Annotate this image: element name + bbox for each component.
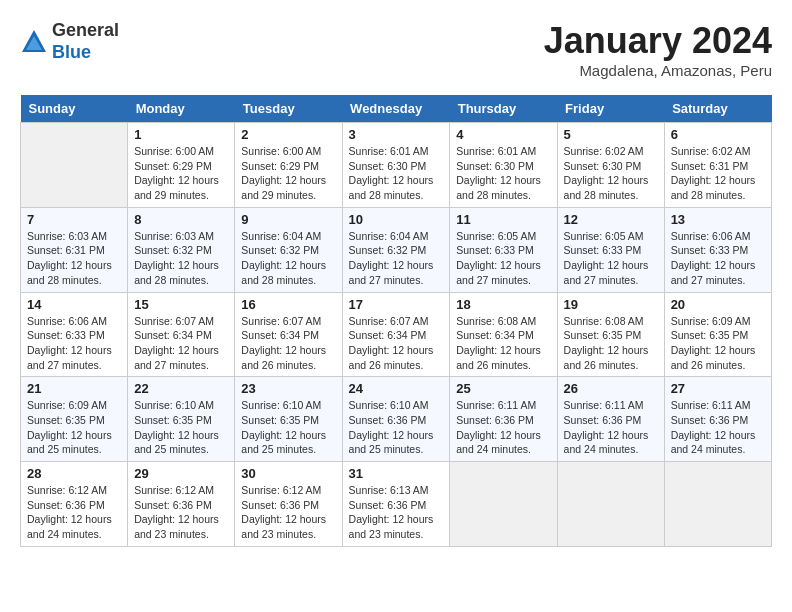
logo-icon [20, 28, 48, 56]
day-number: 21 [27, 381, 121, 396]
day-info: Sunrise: 6:07 AM Sunset: 6:34 PM Dayligh… [134, 314, 228, 373]
day-info: Sunrise: 6:04 AM Sunset: 6:32 PM Dayligh… [349, 229, 444, 288]
day-number: 24 [349, 381, 444, 396]
column-header-wednesday: Wednesday [342, 95, 450, 123]
calendar-cell: 14Sunrise: 6:06 AM Sunset: 6:33 PM Dayli… [21, 292, 128, 377]
day-number: 18 [456, 297, 550, 312]
calendar-cell: 27Sunrise: 6:11 AM Sunset: 6:36 PM Dayli… [664, 377, 771, 462]
day-number: 15 [134, 297, 228, 312]
calendar-cell: 28Sunrise: 6:12 AM Sunset: 6:36 PM Dayli… [21, 462, 128, 547]
day-info: Sunrise: 6:06 AM Sunset: 6:33 PM Dayligh… [671, 229, 765, 288]
day-info: Sunrise: 6:11 AM Sunset: 6:36 PM Dayligh… [564, 398, 658, 457]
calendar-cell: 12Sunrise: 6:05 AM Sunset: 6:33 PM Dayli… [557, 207, 664, 292]
calendar-cell: 2Sunrise: 6:00 AM Sunset: 6:29 PM Daylig… [235, 123, 342, 208]
day-number: 29 [134, 466, 228, 481]
day-info: Sunrise: 6:03 AM Sunset: 6:31 PM Dayligh… [27, 229, 121, 288]
day-info: Sunrise: 6:03 AM Sunset: 6:32 PM Dayligh… [134, 229, 228, 288]
title-block: January 2024 Magdalena, Amazonas, Peru [544, 20, 772, 79]
calendar-cell: 11Sunrise: 6:05 AM Sunset: 6:33 PM Dayli… [450, 207, 557, 292]
day-number: 27 [671, 381, 765, 396]
day-info: Sunrise: 6:01 AM Sunset: 6:30 PM Dayligh… [349, 144, 444, 203]
day-info: Sunrise: 6:09 AM Sunset: 6:35 PM Dayligh… [671, 314, 765, 373]
day-info: Sunrise: 6:10 AM Sunset: 6:36 PM Dayligh… [349, 398, 444, 457]
day-number: 16 [241, 297, 335, 312]
day-info: Sunrise: 6:12 AM Sunset: 6:36 PM Dayligh… [27, 483, 121, 542]
column-header-thursday: Thursday [450, 95, 557, 123]
day-number: 10 [349, 212, 444, 227]
day-info: Sunrise: 6:12 AM Sunset: 6:36 PM Dayligh… [241, 483, 335, 542]
logo-general-text: General [52, 20, 119, 40]
day-number: 11 [456, 212, 550, 227]
day-number: 14 [27, 297, 121, 312]
calendar-week-row: 21Sunrise: 6:09 AM Sunset: 6:35 PM Dayli… [21, 377, 772, 462]
calendar-cell: 10Sunrise: 6:04 AM Sunset: 6:32 PM Dayli… [342, 207, 450, 292]
calendar-cell: 25Sunrise: 6:11 AM Sunset: 6:36 PM Dayli… [450, 377, 557, 462]
day-info: Sunrise: 6:05 AM Sunset: 6:33 PM Dayligh… [456, 229, 550, 288]
day-number: 7 [27, 212, 121, 227]
day-info: Sunrise: 6:02 AM Sunset: 6:31 PM Dayligh… [671, 144, 765, 203]
day-info: Sunrise: 6:06 AM Sunset: 6:33 PM Dayligh… [27, 314, 121, 373]
day-info: Sunrise: 6:11 AM Sunset: 6:36 PM Dayligh… [456, 398, 550, 457]
calendar-body: 1Sunrise: 6:00 AM Sunset: 6:29 PM Daylig… [21, 123, 772, 547]
day-info: Sunrise: 6:01 AM Sunset: 6:30 PM Dayligh… [456, 144, 550, 203]
calendar-header-row: SundayMondayTuesdayWednesdayThursdayFrid… [21, 95, 772, 123]
day-number: 30 [241, 466, 335, 481]
day-number: 20 [671, 297, 765, 312]
day-info: Sunrise: 6:04 AM Sunset: 6:32 PM Dayligh… [241, 229, 335, 288]
logo-blue-text: Blue [52, 42, 91, 62]
calendar-week-row: 14Sunrise: 6:06 AM Sunset: 6:33 PM Dayli… [21, 292, 772, 377]
day-number: 6 [671, 127, 765, 142]
calendar-cell: 9Sunrise: 6:04 AM Sunset: 6:32 PM Daylig… [235, 207, 342, 292]
day-info: Sunrise: 6:10 AM Sunset: 6:35 PM Dayligh… [134, 398, 228, 457]
month-title: January 2024 [544, 20, 772, 62]
calendar-cell: 31Sunrise: 6:13 AM Sunset: 6:36 PM Dayli… [342, 462, 450, 547]
day-info: Sunrise: 6:07 AM Sunset: 6:34 PM Dayligh… [349, 314, 444, 373]
day-number: 25 [456, 381, 550, 396]
column-header-sunday: Sunday [21, 95, 128, 123]
column-header-tuesday: Tuesday [235, 95, 342, 123]
day-info: Sunrise: 6:08 AM Sunset: 6:34 PM Dayligh… [456, 314, 550, 373]
calendar-table: SundayMondayTuesdayWednesdayThursdayFrid… [20, 95, 772, 547]
day-info: Sunrise: 6:00 AM Sunset: 6:29 PM Dayligh… [134, 144, 228, 203]
day-info: Sunrise: 6:00 AM Sunset: 6:29 PM Dayligh… [241, 144, 335, 203]
calendar-cell: 4Sunrise: 6:01 AM Sunset: 6:30 PM Daylig… [450, 123, 557, 208]
column-header-friday: Friday [557, 95, 664, 123]
day-number: 23 [241, 381, 335, 396]
calendar-cell: 8Sunrise: 6:03 AM Sunset: 6:32 PM Daylig… [128, 207, 235, 292]
day-info: Sunrise: 6:13 AM Sunset: 6:36 PM Dayligh… [349, 483, 444, 542]
day-number: 8 [134, 212, 228, 227]
day-number: 4 [456, 127, 550, 142]
calendar-cell: 26Sunrise: 6:11 AM Sunset: 6:36 PM Dayli… [557, 377, 664, 462]
day-number: 26 [564, 381, 658, 396]
calendar-cell: 19Sunrise: 6:08 AM Sunset: 6:35 PM Dayli… [557, 292, 664, 377]
day-number: 13 [671, 212, 765, 227]
location: Magdalena, Amazonas, Peru [544, 62, 772, 79]
calendar-cell: 6Sunrise: 6:02 AM Sunset: 6:31 PM Daylig… [664, 123, 771, 208]
calendar-week-row: 1Sunrise: 6:00 AM Sunset: 6:29 PM Daylig… [21, 123, 772, 208]
calendar-cell: 24Sunrise: 6:10 AM Sunset: 6:36 PM Dayli… [342, 377, 450, 462]
day-number: 9 [241, 212, 335, 227]
calendar-cell [557, 462, 664, 547]
calendar-week-row: 28Sunrise: 6:12 AM Sunset: 6:36 PM Dayli… [21, 462, 772, 547]
day-info: Sunrise: 6:07 AM Sunset: 6:34 PM Dayligh… [241, 314, 335, 373]
calendar-cell [21, 123, 128, 208]
day-number: 19 [564, 297, 658, 312]
calendar-cell: 23Sunrise: 6:10 AM Sunset: 6:35 PM Dayli… [235, 377, 342, 462]
day-number: 5 [564, 127, 658, 142]
calendar-cell: 7Sunrise: 6:03 AM Sunset: 6:31 PM Daylig… [21, 207, 128, 292]
calendar-cell: 29Sunrise: 6:12 AM Sunset: 6:36 PM Dayli… [128, 462, 235, 547]
day-number: 22 [134, 381, 228, 396]
calendar-cell: 13Sunrise: 6:06 AM Sunset: 6:33 PM Dayli… [664, 207, 771, 292]
calendar-cell: 17Sunrise: 6:07 AM Sunset: 6:34 PM Dayli… [342, 292, 450, 377]
day-info: Sunrise: 6:05 AM Sunset: 6:33 PM Dayligh… [564, 229, 658, 288]
day-number: 12 [564, 212, 658, 227]
calendar-week-row: 7Sunrise: 6:03 AM Sunset: 6:31 PM Daylig… [21, 207, 772, 292]
day-number: 1 [134, 127, 228, 142]
column-header-monday: Monday [128, 95, 235, 123]
page-header: General Blue January 2024 Magdalena, Ama… [20, 20, 772, 79]
day-info: Sunrise: 6:08 AM Sunset: 6:35 PM Dayligh… [564, 314, 658, 373]
day-number: 3 [349, 127, 444, 142]
calendar-cell: 3Sunrise: 6:01 AM Sunset: 6:30 PM Daylig… [342, 123, 450, 208]
day-info: Sunrise: 6:11 AM Sunset: 6:36 PM Dayligh… [671, 398, 765, 457]
calendar-cell: 1Sunrise: 6:00 AM Sunset: 6:29 PM Daylig… [128, 123, 235, 208]
